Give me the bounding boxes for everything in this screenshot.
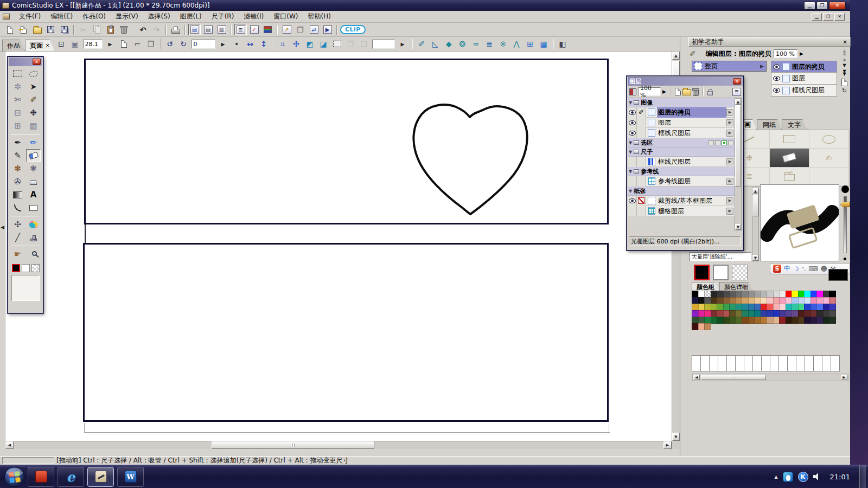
thumbnail-icon[interactable]: ▣ (69, 38, 81, 50)
swatch-slot[interactable] (778, 355, 788, 371)
group-collapse-icon[interactable]: ▼ (629, 100, 632, 105)
swatch-strip-scrollbar[interactable]: ◀ ▶ (692, 374, 848, 381)
heart-drawing[interactable] (406, 98, 534, 223)
swatch-slot[interactable] (822, 355, 831, 371)
marker-tool[interactable]: ✎ (10, 149, 25, 162)
ink-pot-tool[interactable]: ✇ (10, 175, 25, 188)
slider-handle[interactable] (840, 202, 850, 207)
panel-list-icon[interactable]: ≣ (234, 24, 247, 35)
close-button[interactable]: ✕ (829, 2, 846, 10)
selection-mini-icon[interactable] (715, 140, 720, 145)
palette-transparent-swatch[interactable] (31, 264, 40, 272)
ruler-line-tool[interactable]: ╱ (10, 231, 25, 244)
color-swatch[interactable] (829, 317, 836, 324)
export-icon[interactable]: ↗ (280, 24, 293, 35)
menu-f[interactable]: 文件(F) (14, 11, 46, 22)
selection-mini-icon[interactable] (728, 140, 733, 145)
parallel-ruler-icon[interactable]: ≣ (483, 38, 496, 50)
taskbar-comicstudio[interactable] (87, 467, 114, 487)
page-list-icon[interactable]: ▤ (202, 24, 214, 35)
layers-close-icon[interactable]: ✕ (733, 78, 741, 85)
zoom-field[interactable]: 28.1 (83, 40, 103, 49)
panel-grid-tool[interactable]: ⊞ (10, 119, 25, 132)
mdi-minimize-button[interactable]: ▁ (812, 13, 822, 21)
delete-icon[interactable] (118, 24, 130, 35)
layer-group-选区[interactable]: ▼选区 (628, 138, 735, 147)
collapse-arrow-icon[interactable]: ◀ (1, 224, 4, 230)
palette-fg-swatch[interactable] (12, 264, 20, 272)
tool-palette-titlebar[interactable]: ✕ (9, 57, 42, 66)
tab-page[interactable]: 页面✕ (25, 40, 55, 51)
clock[interactable]: 21:01 (826, 473, 854, 481)
layer-menu-badge[interactable]: ▶ (726, 208, 733, 215)
assistant-page-item[interactable]: 整页 ▶ (692, 61, 767, 72)
story-editor-icon[interactable]: ▤ (188, 24, 201, 35)
visibility-cell[interactable] (628, 118, 637, 128)
rotate-cw-icon[interactable]: ↻ (177, 38, 190, 50)
assistant-header[interactable]: 初学者助手 ✕ (688, 37, 851, 47)
redo-icon[interactable]: ↷ (150, 24, 163, 35)
mask-a-icon[interactable]: ◩ (304, 38, 316, 50)
ref-a-icon[interactable]: ❐ (344, 38, 357, 50)
ime-keyboard-icon[interactable]: ⌨ (808, 265, 818, 273)
menu-o[interactable]: 作品(O) (78, 11, 111, 22)
menu-e[interactable]: 编辑(E) (46, 11, 78, 22)
assistant-opacity-field[interactable]: 100 % (774, 49, 797, 58)
assist-eraser-tool[interactable] (770, 149, 809, 167)
group-collapse-icon[interactable]: ▼ (629, 140, 632, 145)
assist-idea-folder-tool[interactable] (770, 168, 809, 186)
tab-story[interactable]: 作品 (2, 40, 25, 51)
eye-icon[interactable] (773, 76, 780, 81)
assistant-layer-row[interactable]: 图层 (771, 73, 837, 85)
zoom-menu-arrow[interactable]: ▸ (104, 38, 117, 50)
scroll-up-button[interactable]: ▲ (672, 52, 680, 60)
eye-icon[interactable] (773, 65, 780, 69)
box-select-tool[interactable]: ▦ (26, 119, 41, 132)
layer-menu-badge[interactable]: ▶ (726, 109, 733, 116)
cut-icon[interactable]: ✂ (77, 24, 90, 35)
copy-icon[interactable] (91, 24, 103, 35)
layer-menu-badge[interactable]: ▶ (726, 130, 733, 137)
clip-button[interactable]: CLiP (340, 24, 366, 35)
edit-cell[interactable] (637, 196, 646, 206)
pen-tool[interactable]: ✒ (10, 136, 25, 149)
edit-cell[interactable] (637, 206, 646, 216)
eraser-tool[interactable] (26, 149, 41, 162)
selection-mini-icon[interactable] (722, 140, 727, 145)
menu-s[interactable]: 选择(S) (143, 11, 175, 22)
brush-tool[interactable]: ✽ (10, 162, 25, 175)
magic-wand-tool[interactable]: ✼ (10, 80, 25, 93)
dup-window-icon[interactable]: ❐ (294, 24, 307, 35)
flip-v-icon[interactable]: ↕ (258, 38, 270, 50)
rect-draw-tool[interactable] (26, 201, 41, 214)
swatch-slot[interactable] (813, 355, 822, 371)
layers-scrollbar[interactable]: ▲ ▼ (735, 98, 742, 230)
eraser-preset-dropdown[interactable]: 大量用'清除纸'... (690, 252, 751, 261)
layer-menu-badge[interactable]: ▶ (726, 178, 733, 185)
edit-cell[interactable] (637, 176, 646, 187)
eraser-size-slider[interactable] (841, 184, 850, 261)
open-icon[interactable] (31, 24, 43, 35)
menu-w[interactable]: 窗口(W) (269, 11, 303, 22)
tray-messenger-icon[interactable] (783, 472, 793, 482)
swatch-slot[interactable] (735, 355, 744, 371)
layer-row[interactable]: 栅格图层▶ (628, 206, 735, 216)
undo-icon[interactable]: ↶ (137, 24, 149, 35)
assistant-tab-网纸[interactable]: 网纸 (757, 119, 782, 130)
page-corner-icon[interactable]: ⌐ (131, 38, 144, 50)
assistant-layer-row[interactable]: 框线尺图层 (771, 85, 837, 97)
tool-palette-close-icon[interactable]: ✕ (33, 59, 41, 65)
menu-l[interactable]: 图层(L) (175, 11, 207, 22)
ref-b-icon[interactable]: ❏ (358, 38, 371, 50)
layer-row[interactable]: 框线尺图层▶ (628, 128, 735, 138)
eye-icon[interactable] (773, 88, 780, 93)
show-desktop-button[interactable] (859, 465, 866, 488)
swatch-slot[interactable] (726, 355, 736, 371)
visibility-cell[interactable] (628, 176, 637, 187)
scroll-left-button[interactable]: ◀ (5, 441, 14, 449)
page-edit-icon[interactable]: ▥ (215, 24, 228, 35)
ruler-corner-icon[interactable]: ⌗ (277, 38, 289, 50)
layer-row[interactable]: 裁剪线/基本框图层▶ (628, 196, 735, 206)
visibility-cell[interactable] (628, 128, 637, 138)
lock-layer-icon[interactable] (707, 91, 713, 95)
